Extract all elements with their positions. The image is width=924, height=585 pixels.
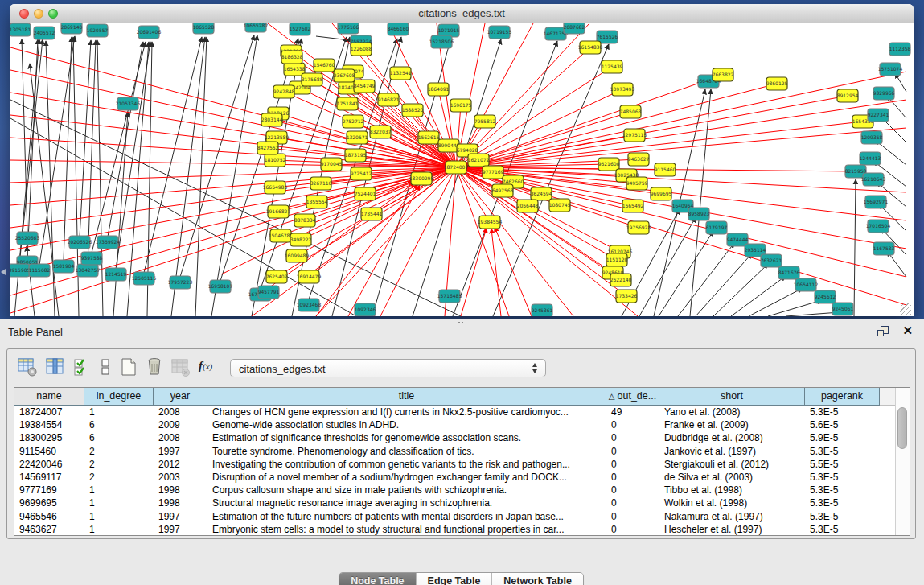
tab-network-table[interactable]: Network Table bbox=[492, 573, 583, 585]
svg-text:8466160: 8466160 bbox=[388, 26, 409, 31]
table-row[interactable]: 969969511998Structural magnetic resonanc… bbox=[14, 496, 896, 509]
svg-text:3624594: 3624594 bbox=[531, 191, 552, 196]
svg-text:18724007: 18724007 bbox=[444, 164, 469, 170]
table-cell: Wolkin et al. (1998) bbox=[659, 496, 805, 509]
svg-text:8912954: 8912954 bbox=[837, 93, 859, 98]
table-cell: 18300295 bbox=[14, 431, 84, 444]
svg-text:8427552: 8427552 bbox=[257, 145, 279, 150]
panel-collapse-arrow-icon[interactable] bbox=[1, 269, 6, 275]
table-cell: 2012 bbox=[154, 458, 207, 471]
svg-text:7615526: 7615526 bbox=[597, 34, 618, 39]
table-options-icon[interactable] bbox=[17, 356, 38, 377]
window-titlebar[interactable]: citations_edges.txt bbox=[10, 4, 914, 23]
svg-text:1864091: 1864091 bbox=[428, 86, 450, 92]
table-cell: 5.3E-5 bbox=[805, 484, 880, 496]
table-cell: 5.3E-5 bbox=[805, 523, 880, 536]
table-cell: 9463627 bbox=[14, 523, 84, 536]
column-header-out_de[interactable]: △out_de... bbox=[606, 388, 659, 406]
column-header-title[interactable]: title bbox=[207, 388, 606, 406]
table-cell: Franke et al. (2009) bbox=[659, 418, 805, 431]
svg-text:15716485: 15716485 bbox=[437, 293, 462, 299]
table-row[interactable]: 911546021997Tourette syndrome. Phenomeno… bbox=[14, 445, 896, 458]
svg-text:6497568: 6497568 bbox=[492, 187, 514, 193]
table-row[interactable]: 977716911998Corpus callosum shape and si… bbox=[14, 484, 896, 496]
table-row[interactable]: 1938455462009Genome-wide association stu… bbox=[14, 418, 896, 431]
tab-edge-table[interactable]: Edge Table bbox=[417, 573, 493, 585]
close-panel-icon[interactable]: ✕ bbox=[902, 323, 913, 338]
svg-text:1112358: 1112358 bbox=[889, 46, 911, 51]
svg-text:16154838: 16154838 bbox=[578, 44, 603, 50]
table-cell: Tourette syndrome. Phenomenology and cla… bbox=[207, 445, 606, 458]
svg-text:1080745: 1080745 bbox=[549, 202, 571, 208]
float-panel-icon[interactable] bbox=[877, 326, 889, 336]
table-cell: 5.9E-5 bbox=[805, 431, 880, 444]
svg-text:17016504: 17016504 bbox=[866, 223, 891, 229]
svg-text:1320571: 1320571 bbox=[347, 134, 368, 140]
table-cell: Corpus callosum shape and size in male p… bbox=[207, 484, 606, 496]
table-selector-value: citations_edges.txt bbox=[239, 363, 326, 375]
table-vertical-scrollbar[interactable] bbox=[895, 388, 910, 535]
svg-text:8958923: 8958923 bbox=[688, 211, 710, 216]
column-header-year[interactable]: year bbox=[154, 388, 207, 406]
network-graph[interactable]: 1305181240557220691401920557206914061065… bbox=[10, 23, 913, 316]
network-window[interactable]: citations_edges.txt 13051812405572206914… bbox=[10, 4, 914, 316]
column-header-pagerank[interactable]: pagerank bbox=[805, 388, 880, 406]
svg-text:1115682: 1115682 bbox=[29, 267, 51, 273]
show-column-icon[interactable] bbox=[44, 356, 65, 377]
svg-text:9329966: 9329966 bbox=[873, 90, 895, 96]
table-body: 1872400712008Changes of HCN gene express… bbox=[14, 406, 896, 536]
svg-text:9115460: 9115460 bbox=[655, 167, 676, 172]
table-row[interactable]: 1830029562008Estimation of significance … bbox=[14, 431, 896, 444]
table-row[interactable]: 946554611997Estimation of the future num… bbox=[14, 510, 896, 523]
svg-text:21053346: 21053346 bbox=[116, 101, 141, 106]
svg-text:1873195: 1873195 bbox=[345, 152, 367, 158]
svg-text:6179197: 6179197 bbox=[706, 225, 728, 230]
scrollbar-thumb[interactable] bbox=[897, 407, 907, 449]
table-cell: 5.3E-5 bbox=[805, 445, 880, 458]
table-cell: 2008 bbox=[154, 431, 207, 444]
svg-text:2069140: 2069140 bbox=[61, 24, 83, 30]
table-row[interactable]: 2242004622012Investigating the contribut… bbox=[14, 458, 896, 471]
table-cell: Stergiakouli et al. (2012) bbox=[659, 458, 805, 471]
tab-node-table[interactable]: Node Table bbox=[339, 573, 416, 585]
svg-text:9245361: 9245361 bbox=[532, 307, 553, 313]
table-row[interactable]: 1872400712008Changes of HCN gene express… bbox=[14, 406, 896, 418]
table-cell: Nakamura et al. (1997) bbox=[659, 510, 805, 523]
svg-text:1151120: 1151120 bbox=[606, 257, 628, 262]
table-cell: Hescheler et al. (1997) bbox=[659, 523, 805, 536]
table-cell: 1997 bbox=[154, 510, 207, 523]
column-header-in_degree[interactable]: in_degree bbox=[84, 388, 154, 406]
delete-column-icon[interactable] bbox=[144, 356, 165, 377]
window-resize-grip[interactable] bbox=[900, 303, 911, 315]
svg-text:16099489: 16099489 bbox=[285, 253, 310, 258]
svg-text:1527602: 1527602 bbox=[290, 26, 311, 31]
network-canvas[interactable]: 1305181240557220691401920557206914061065… bbox=[10, 23, 913, 316]
table-cell: Disruption of a novel member of a sodium… bbox=[207, 471, 606, 484]
new-column-icon[interactable] bbox=[118, 356, 139, 377]
function-builder-icon[interactable]: f(x) bbox=[199, 359, 220, 380]
svg-text:1071915: 1071915 bbox=[438, 27, 460, 33]
svg-text:9495759: 9495759 bbox=[626, 180, 648, 186]
svg-text:16210643: 16210643 bbox=[861, 176, 886, 182]
svg-text:16958107: 16958107 bbox=[208, 283, 233, 289]
svg-text:1132541: 1132541 bbox=[390, 70, 412, 76]
table-cell: 2008 bbox=[154, 406, 207, 418]
svg-text:7955812: 7955812 bbox=[474, 118, 496, 124]
svg-text:1065528: 1065528 bbox=[193, 24, 215, 30]
table-panel-title: Table Panel bbox=[8, 326, 63, 338]
table-cell: 0 bbox=[606, 510, 659, 523]
table-cell: 1998 bbox=[154, 484, 207, 496]
select-rows-icon[interactable] bbox=[72, 356, 92, 377]
svg-text:9242848: 9242848 bbox=[273, 89, 295, 94]
table-row[interactable]: 1456911722003Disruption of a novel membe… bbox=[14, 471, 896, 484]
svg-text:1565492: 1565492 bbox=[622, 203, 644, 208]
svg-text:1305181: 1305181 bbox=[10, 27, 31, 32]
window-title: citations_edges.txt bbox=[10, 7, 914, 19]
svg-text:17359924: 17359924 bbox=[96, 239, 121, 245]
column-header-short[interactable]: short bbox=[659, 388, 805, 406]
row-layout-icon[interactable] bbox=[96, 356, 117, 377]
column-header-name[interactable]: name bbox=[14, 388, 84, 406]
table-row[interactable]: 946362711997Embryonic stem cells: a mode… bbox=[14, 523, 896, 536]
table-selector-dropdown[interactable]: citations_edges.txt bbox=[230, 359, 546, 377]
stepper-arrows-icon bbox=[532, 363, 537, 373]
